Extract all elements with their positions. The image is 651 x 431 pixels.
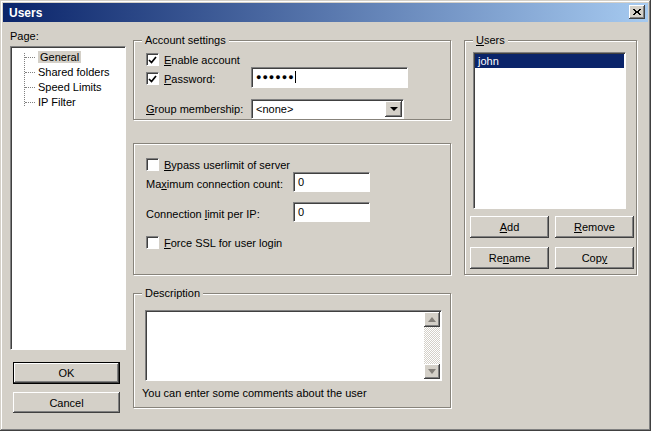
copy-button-label: Copy xyxy=(582,252,608,264)
page-item-ip-filter[interactable]: IP Filter xyxy=(11,95,125,110)
password-input[interactable]: ●●●●●● xyxy=(251,67,408,88)
connection-limits-group: Bypass userlimit of server Maximum conne… xyxy=(133,143,451,275)
account-settings-legend: Account settings xyxy=(142,34,229,47)
page-item-general[interactable]: General xyxy=(11,50,125,65)
max-connections-input[interactable]: 0 xyxy=(293,172,370,192)
scroll-down-button[interactable] xyxy=(424,364,440,379)
password-masked-value: ●●●●●● xyxy=(256,72,295,82)
rename-user-button[interactable]: Rename xyxy=(470,247,549,269)
combo-dropdown-button[interactable] xyxy=(385,101,402,117)
max-connections-value: 0 xyxy=(298,176,304,188)
page-item-label: Shared folders xyxy=(38,66,110,78)
enable-account-checkbox[interactable] xyxy=(146,53,159,66)
bypass-userlimit-label: Bypass userlimit of server xyxy=(164,159,290,172)
account-settings-group: Account settings Enable account Password… xyxy=(133,40,451,120)
description-hint: You can enter some comments about the us… xyxy=(142,387,367,400)
page-item-label: General xyxy=(38,51,81,63)
page-item-label: IP Filter xyxy=(38,96,76,108)
group-membership-select[interactable]: <none> xyxy=(251,99,404,119)
window-title: Users xyxy=(9,6,42,20)
cancel-button-label: Cancel xyxy=(49,397,83,409)
checkmark-icon xyxy=(148,55,157,67)
description-legend: Description xyxy=(142,287,203,300)
users-legend: Users xyxy=(473,34,508,47)
close-button[interactable] xyxy=(629,5,645,19)
page-item-speed-limits[interactable]: Speed Limits xyxy=(11,80,125,95)
rename-button-label: Rename xyxy=(489,252,531,264)
checkmark-icon xyxy=(148,74,157,86)
ok-button[interactable]: OK xyxy=(13,362,120,384)
description-group: Description You can enter some comments … xyxy=(133,293,451,408)
remove-button-label: Remove xyxy=(574,221,615,233)
ip-limit-label: Connection limit per IP: xyxy=(146,208,260,221)
titlebar[interactable]: Users xyxy=(3,3,648,22)
page-tree[interactable]: General Shared folders Speed Limits IP F… xyxy=(10,46,126,350)
ip-limit-value: 0 xyxy=(298,206,304,218)
description-scrollbar[interactable] xyxy=(424,312,440,379)
group-membership-label: Group membership: xyxy=(146,103,243,116)
password-checkbox[interactable] xyxy=(146,72,159,85)
chevron-down-icon xyxy=(390,107,398,111)
page-panel-label: Page: xyxy=(10,30,39,43)
copy-user-button[interactable]: Copy xyxy=(555,247,634,269)
ok-button-label: OK xyxy=(59,367,75,379)
add-button-label: Add xyxy=(500,221,520,233)
password-label: Password: xyxy=(164,73,215,86)
remove-user-button[interactable]: Remove xyxy=(555,216,634,238)
user-name: john xyxy=(478,55,499,67)
users-dialog-window: Users Page: General Shared folders Speed… xyxy=(0,0,651,431)
ip-limit-input[interactable]: 0 xyxy=(293,202,370,222)
arrow-up-icon xyxy=(428,317,436,322)
enable-account-label: Enable account xyxy=(164,54,240,67)
description-textarea[interactable] xyxy=(145,310,442,381)
users-listbox[interactable]: john xyxy=(473,52,626,209)
scroll-up-button[interactable] xyxy=(424,312,440,327)
scrollbar-track[interactable] xyxy=(424,327,440,364)
page-item-shared-folders[interactable]: Shared folders xyxy=(11,65,125,80)
force-ssl-checkbox[interactable] xyxy=(146,236,159,249)
page-item-label: Speed Limits xyxy=(38,81,102,93)
user-list-item[interactable]: john xyxy=(475,54,624,68)
arrow-down-icon xyxy=(428,369,436,374)
cancel-button[interactable]: Cancel xyxy=(13,392,120,413)
force-ssl-label: Force SSL for user login xyxy=(164,237,282,250)
bypass-userlimit-checkbox[interactable] xyxy=(146,158,159,171)
users-group: Users john Add Remove Rename Copy xyxy=(464,40,637,275)
max-connections-label: Maximum connection count: xyxy=(146,178,283,191)
close-icon xyxy=(633,6,641,18)
add-user-button[interactable]: Add xyxy=(470,216,549,238)
group-membership-value: <none> xyxy=(252,100,385,118)
